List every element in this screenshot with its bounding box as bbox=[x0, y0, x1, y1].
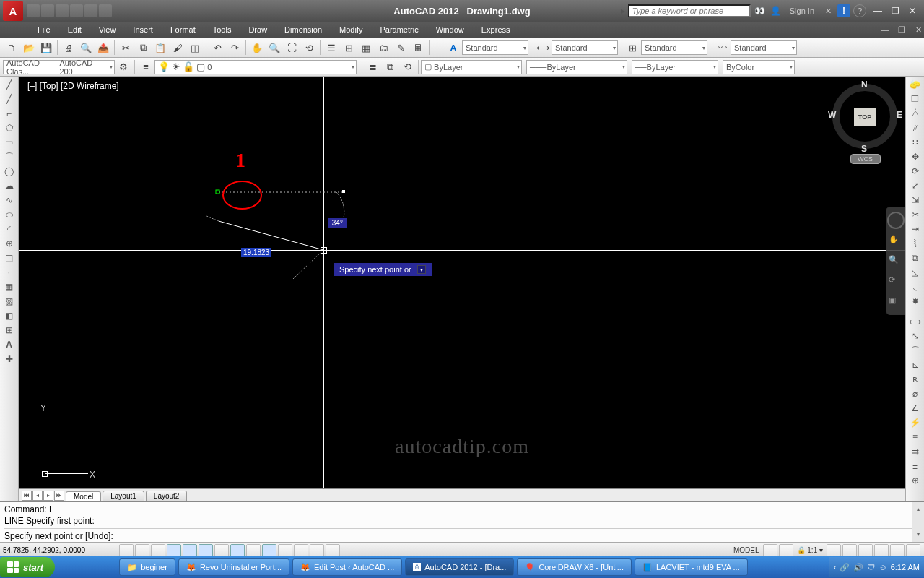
mirror-tool-icon[interactable]: ⧊ bbox=[907, 107, 923, 120]
menu-parametric[interactable]: Parametric bbox=[371, 23, 427, 36]
infer-constraints-toggle[interactable] bbox=[119, 544, 134, 557]
doc-restore-button[interactable]: ❐ bbox=[889, 23, 907, 37]
tablestyle-icon[interactable]: ⊞ bbox=[624, 40, 640, 56]
menu-modify[interactable]: Modify bbox=[331, 23, 371, 36]
snap-toggle[interactable] bbox=[135, 544, 149, 557]
command-line[interactable]: Command: L LINE Specify first point: Spe… bbox=[0, 501, 924, 542]
tablestyle-dropdown[interactable]: Standard bbox=[641, 40, 707, 55]
copy-tool-icon[interactable]: ❐ bbox=[907, 92, 923, 105]
viewcube-south[interactable]: S bbox=[861, 144, 867, 154]
trim-tool-icon[interactable]: ✂ bbox=[907, 208, 923, 221]
dim-arc-icon[interactable]: ⌒ bbox=[907, 344, 923, 357]
qat-new-icon[interactable] bbox=[27, 4, 40, 17]
menu-view[interactable]: View bbox=[90, 23, 125, 36]
viewcube-top-face[interactable]: TOP bbox=[854, 108, 876, 126]
qp-toggle[interactable] bbox=[310, 544, 324, 557]
wcs-badge[interactable]: WCS bbox=[850, 154, 881, 164]
taskbar-clock[interactable]: 6:12 AM bbox=[891, 563, 920, 571]
workspace-switch-button[interactable] bbox=[842, 544, 857, 557]
quickview-drawings-button[interactable] bbox=[779, 544, 793, 557]
workspace-dropdown[interactable]: AutoCAD Clas...AutoCAD 200 bbox=[3, 60, 115, 74]
zoom-rt-icon[interactable]: 🔍 bbox=[266, 40, 282, 56]
dim-diameter-icon[interactable]: ⌀ bbox=[907, 387, 923, 400]
task-item-active[interactable]: 🅰 AutoCAD 2012 - [Dra... bbox=[405, 558, 514, 576]
join-tool-icon[interactable]: ⧉ bbox=[907, 251, 923, 264]
layout-next-button[interactable]: ▸ bbox=[43, 491, 53, 501]
point-tool-icon[interactable]: · bbox=[1, 266, 17, 279]
add-selected-icon[interactable]: ✚ bbox=[1, 353, 17, 366]
coords-readout[interactable]: 54.7825, 44.2902, 0.0000 bbox=[3, 546, 118, 554]
viewcube-west[interactable]: W bbox=[828, 110, 836, 120]
dim-angular-icon[interactable]: ∠ bbox=[907, 402, 923, 415]
extend-tool-icon[interactable]: ⇥ bbox=[907, 223, 923, 236]
line-tool-icon[interactable]: ╱ bbox=[1, 78, 17, 91]
mtext-tool-icon[interactable]: A bbox=[1, 338, 17, 351]
array-tool-icon[interactable]: ∷ bbox=[907, 136, 923, 149]
binoculars-icon[interactable]: 👀 bbox=[754, 4, 767, 17]
window-close-button[interactable]: ✕ bbox=[904, 4, 921, 17]
isolate-objects-button[interactable] bbox=[890, 544, 905, 557]
grid-toggle[interactable] bbox=[151, 544, 165, 557]
menu-window[interactable]: Window bbox=[427, 23, 473, 36]
clean-screen-button[interactable] bbox=[906, 544, 920, 557]
arc-tool-icon[interactable]: ⌒ bbox=[1, 150, 17, 163]
ql-switch-icon[interactable] bbox=[100, 560, 113, 574]
task-item[interactable]: 🦊 Revo Uninstaller Port... bbox=[178, 558, 289, 576]
offset-tool-icon[interactable]: ⫽ bbox=[907, 121, 923, 134]
region-tool-icon[interactable]: ◧ bbox=[1, 309, 17, 322]
toolbar-lock-button[interactable] bbox=[858, 544, 873, 557]
dim-quick-icon[interactable]: ⚡ bbox=[907, 416, 923, 429]
layout-last-button[interactable]: ⏭ bbox=[54, 491, 64, 501]
tray-sound-icon[interactable]: 🔊 bbox=[853, 563, 863, 572]
window-restore-button[interactable]: ❐ bbox=[886, 4, 904, 17]
otrack-toggle[interactable] bbox=[230, 544, 245, 557]
polygon-tool-icon[interactable]: ⬠ bbox=[1, 121, 17, 134]
dyn-toggle[interactable] bbox=[262, 544, 276, 557]
ortho-toggle[interactable] bbox=[167, 544, 181, 557]
3dosnap-toggle[interactable] bbox=[214, 544, 229, 557]
window-minimize-button[interactable]: — bbox=[869, 4, 886, 17]
annotation-visibility-button[interactable] bbox=[827, 544, 841, 557]
task-item[interactable]: 📁 beginer bbox=[119, 558, 175, 576]
chamfer-tool-icon[interactable]: ◺ bbox=[907, 266, 923, 279]
exchange-icon[interactable]: ✕ bbox=[821, 4, 834, 17]
menu-tools[interactable]: Tools bbox=[204, 23, 240, 36]
dim-ordinate-icon[interactable]: ⊾ bbox=[907, 358, 923, 371]
ducs-toggle[interactable] bbox=[246, 544, 261, 557]
polar-toggle[interactable] bbox=[183, 544, 197, 557]
hardware-accel-button[interactable] bbox=[874, 544, 889, 557]
zoom-prev-icon[interactable]: ⟲ bbox=[301, 40, 317, 56]
revcloud-tool-icon[interactable]: ☁ bbox=[1, 179, 17, 192]
layout-prev-button[interactable]: ◂ bbox=[32, 491, 43, 501]
sc-toggle[interactable] bbox=[326, 544, 340, 557]
matchprop-icon[interactable]: 🖌 bbox=[170, 40, 186, 56]
tab-layout1[interactable]: Layout1 bbox=[103, 491, 144, 501]
textstyle-dropdown[interactable]: Standard bbox=[462, 40, 528, 55]
insert-block-icon[interactable]: ⊕ bbox=[1, 237, 17, 250]
print-icon[interactable]: 🖨 bbox=[61, 40, 77, 56]
table-tool-icon[interactable]: ⊞ bbox=[1, 324, 17, 337]
layer-props-icon[interactable]: ≡ bbox=[138, 59, 154, 75]
dim-aligned-icon[interactable]: ⤡ bbox=[907, 329, 923, 342]
make-block-icon[interactable]: ◫ bbox=[1, 251, 17, 264]
ql-explorer-icon[interactable] bbox=[73, 560, 86, 574]
gradient-tool-icon[interactable]: ▨ bbox=[1, 295, 17, 308]
quickview-layouts-button[interactable] bbox=[763, 544, 777, 557]
rectangle-tool-icon[interactable]: ▭ bbox=[1, 136, 17, 149]
doc-close-button[interactable]: ✕ bbox=[907, 23, 924, 37]
tpy-toggle[interactable] bbox=[294, 544, 308, 557]
nav-orbit-icon[interactable]: ⟳ bbox=[889, 275, 903, 290]
break-tool-icon[interactable]: ⦚ bbox=[907, 237, 923, 250]
layer-iso-icon[interactable]: ⧉ bbox=[382, 59, 398, 75]
doc-minimize-button[interactable]: — bbox=[872, 23, 889, 37]
plot-style-dropdown[interactable]: ByColor bbox=[723, 60, 795, 74]
menu-insert[interactable]: Insert bbox=[124, 23, 162, 36]
nav-zoom-icon[interactable]: 🔍 bbox=[889, 255, 903, 269]
tab-layout2[interactable]: Layout2 bbox=[146, 491, 188, 501]
command-scrollbar[interactable]: ▴▾ bbox=[912, 502, 924, 542]
dimstyle-dropdown[interactable]: Standard bbox=[552, 40, 618, 55]
layer-states-icon[interactable]: ≣ bbox=[365, 59, 380, 75]
linetype-dropdown[interactable]: ─── ByLayer bbox=[526, 60, 627, 74]
nav-pan-icon[interactable]: ✋ bbox=[889, 235, 903, 249]
dim-radius-icon[interactable]: ʀ bbox=[907, 373, 923, 386]
